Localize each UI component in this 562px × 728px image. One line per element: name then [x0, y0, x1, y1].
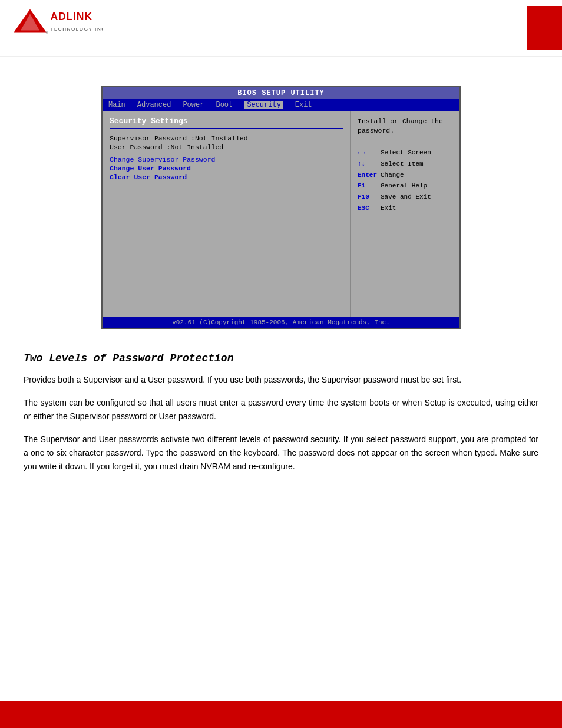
bios-key-f10: F10 Save and Exit — [358, 192, 452, 203]
bios-key-select-screen: ←→ Select Screen — [358, 147, 452, 159]
main-content: BIOS SETUP UTILITY Main Advanced Power B… — [0, 57, 562, 507]
svg-text:TECHNOLOGY INC.: TECHNOLOGY INC. — [50, 27, 103, 32]
bios-key-enter-key: Enter — [358, 170, 378, 181]
bios-key-f1: F1 General Help — [358, 180, 452, 192]
bios-key-f1-key: F1 — [358, 180, 378, 192]
bios-user-label: User Password — [110, 143, 167, 151]
body-paragraph-1: Provides both a Supervisor and a User pa… — [24, 373, 538, 387]
bios-user-password-field: User Password :Not Installed — [110, 143, 343, 151]
bios-key-esc-label: Exit — [381, 203, 396, 214]
bios-supervisor-value: :Not Installed — [191, 134, 248, 142]
bios-key-enter-label: Change — [381, 170, 404, 181]
body-paragraph-3: The Supervisor and User passwords activa… — [24, 433, 538, 473]
bios-menu-exit[interactable]: Exit — [295, 101, 312, 109]
bios-keys-section: ←→ Select Screen ↑↓ Select Item Enter Ch… — [358, 147, 452, 213]
bios-section-title: Security Settings — [110, 117, 343, 126]
bios-key-select-item-label: Select Item — [381, 159, 424, 170]
body-paragraph-2: The system can be configured so that all… — [24, 396, 538, 423]
bios-user-value: :Not Installed — [167, 143, 224, 151]
bios-menu-boot[interactable]: Boot — [216, 101, 233, 109]
header-accent-block — [527, 6, 562, 50]
bios-key-f10-label: Save and Exit — [381, 192, 431, 203]
bios-menu-power[interactable]: Power — [183, 101, 204, 109]
svg-text:®: ® — [45, 31, 48, 34]
bios-right-panel: Install or Change the password. ←→ Selec… — [351, 111, 459, 317]
bios-key-f10-key: F10 — [358, 192, 378, 203]
bios-menu-security[interactable]: Security — [244, 101, 283, 109]
bios-divider — [110, 128, 343, 129]
bios-menu-bar: Main Advanced Power Boot Security Exit — [103, 99, 459, 111]
bios-title-bar: BIOS SETUP UTILITY — [103, 87, 459, 99]
bios-copyright: v02.61 (C)Copyright 1985-2006, American … — [172, 319, 390, 326]
bios-key-select-item: ↑↓ Select Item — [358, 159, 452, 170]
bios-change-supervisor-link[interactable]: Change Supervisor Password — [110, 156, 343, 163]
bios-menu-main[interactable]: Main — [108, 101, 125, 109]
bios-key-enter: Enter Change — [358, 170, 452, 181]
adlink-logo: ADLINK TECHNOLOGY INC. ® — [9, 6, 103, 38]
bios-key-arrows: ←→ — [358, 147, 378, 159]
bios-menu-advanced[interactable]: Advanced — [137, 101, 171, 109]
section-heading: Two Levels of Password Protection — [24, 353, 538, 364]
bios-key-updown: ↑↓ — [358, 159, 378, 170]
bios-change-user-link[interactable]: Change User Password — [110, 164, 343, 172]
logo-area: ADLINK TECHNOLOGY INC. ® — [9, 6, 103, 38]
bios-supervisor-label: Supervisor Password — [110, 134, 191, 142]
bios-footer: v02.61 (C)Copyright 1985-2006, American … — [103, 317, 459, 328]
bios-key-esc-key: ESC — [358, 203, 378, 214]
bios-key-select-screen-label: Select Screen — [381, 147, 431, 159]
footer-red-bar — [0, 701, 562, 728]
bios-supervisor-password-field: Supervisor Password :Not Installed — [110, 134, 343, 142]
bios-left-panel: Security Settings Supervisor Password :N… — [103, 111, 351, 317]
bios-key-esc: ESC Exit — [358, 203, 452, 214]
bios-screenshot: BIOS SETUP UTILITY Main Advanced Power B… — [101, 86, 461, 329]
bios-title: BIOS SETUP UTILITY — [237, 89, 325, 97]
page-header: ADLINK TECHNOLOGY INC. ® — [0, 0, 562, 57]
svg-text:ADLINK: ADLINK — [50, 11, 92, 22]
bios-key-f1-label: General Help — [381, 180, 427, 192]
bios-clear-user-link[interactable]: Clear User Password — [110, 173, 343, 181]
bios-body: Security Settings Supervisor Password :N… — [103, 111, 459, 317]
bios-help-text: Install or Change the password. — [358, 117, 452, 136]
